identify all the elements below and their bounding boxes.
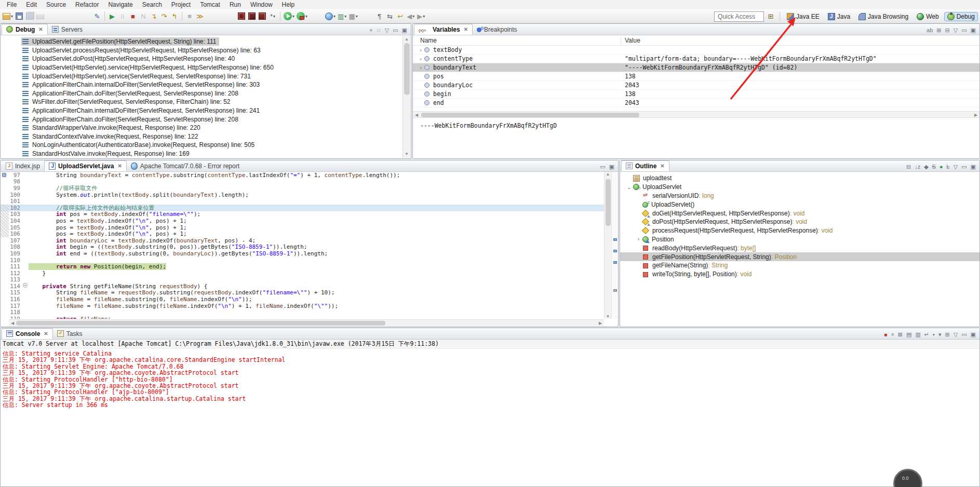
outline-tab-outline[interactable]: Outline✕	[621, 160, 669, 171]
variable-row-begin[interactable]: begin138	[413, 90, 979, 99]
perspective-java-browsing[interactable]: Java Browsing	[855, 12, 911, 21]
outline-item-processrequest-httpservletrequest-httpservletresponse[interactable]: processRequest(HttpServletRequest, HttpS…	[620, 226, 979, 235]
outline-item-position[interactable]: ›Position	[620, 235, 979, 244]
minimize-icon[interactable]: ▭	[393, 28, 398, 33]
code-editor[interactable]: 97 String boundaryText = contentType.sub…	[1, 172, 604, 319]
view-menu-icon[interactable]: ▽	[954, 28, 958, 33]
debug-tab-debug[interactable]: Debug✕	[2, 24, 48, 35]
console-log[interactable]: 信息: Starting service Catalina三月 15, 2017…	[1, 349, 979, 408]
stack-frame[interactable]: ApplicationFilterChain.internalDoFilter(…	[1, 80, 411, 89]
editor-tab-index-jsp[interactable]: Index.jsp	[2, 160, 44, 171]
scroll-lock-icon[interactable]: ▥	[915, 332, 920, 337]
code-line-102[interactable]: 102 //取得实际上传文件的起始与结束位置	[1, 205, 604, 211]
step-over-button[interactable]: ↷	[159, 10, 169, 22]
outline-item-dopost-httpservletrequest-httpservletresponse[interactable]: doPost(HttpServletRequest, HttpServletRe…	[620, 218, 979, 226]
suspend-button[interactable]: II	[117, 10, 128, 22]
dropdown-arrow-icon[interactable]: ▾	[305, 14, 307, 19]
debug-scrollbar[interactable]: ▲ ▼	[402, 36, 410, 158]
annotation-ruler[interactable]	[1, 237, 9, 244]
show-type-names-icon[interactable]: ab	[927, 28, 933, 33]
code-line-99[interactable]: 99 //循环获取文件	[1, 185, 604, 192]
close-tab-icon[interactable]: ✕	[117, 163, 122, 169]
stack-frame[interactable]: StandardContextValve.invoke(Request, Res…	[1, 132, 411, 141]
code-line-103[interactable]: 103 int pos = textBody.indexOf("filename…	[1, 211, 604, 218]
annotation-ruler[interactable]	[1, 257, 9, 264]
code-line-110[interactable]: 110	[1, 257, 604, 264]
dropdown-arrow-icon[interactable]: ▾	[412, 14, 414, 19]
expand-arrow-icon[interactable]: ›	[417, 47, 424, 53]
save-all-button[interactable]	[24, 10, 35, 22]
annotation-ruler[interactable]	[1, 198, 9, 205]
mark-occurrences-button[interactable]: ✎	[92, 10, 102, 22]
dropdown-arrow-icon[interactable]: ▾	[344, 14, 346, 19]
run-button[interactable]: ▾	[283, 10, 296, 22]
stack-frame[interactable]: StandardWrapperValve.invoke(Request, Res…	[1, 124, 411, 132]
code-line-106[interactable]: 106 pos = textBody.indexOf("\n", pos) + …	[1, 231, 604, 237]
terminate-icon[interactable]: ■	[884, 332, 887, 337]
editor-tab-uploadservlet-java[interactable]: UploadServlet.java✕	[44, 160, 127, 171]
outline-item-uploadservlet[interactable]: UploadServlet()	[620, 200, 979, 209]
stack-frame[interactable]: UploadServlet(HttpServlet).service(HttpS…	[1, 63, 411, 72]
outline-item-writeto-string-byte-position[interactable]: writeTo(String, byte[], Position) : void	[620, 270, 979, 279]
annotation-ruler[interactable]	[1, 185, 9, 192]
remove-launch-icon[interactable]: ×	[891, 332, 894, 337]
variable-row-contenttype[interactable]: ›contentType"multipart/form-data; bounda…	[413, 55, 979, 63]
menu-run[interactable]: Run	[225, 1, 246, 9]
expand-arrow-icon[interactable]: ›	[417, 56, 424, 62]
variable-row-textbody[interactable]: ›textBody	[413, 46, 979, 55]
code-line-116[interactable]: 116 fileName = fileName.substring(0, fil…	[1, 296, 604, 303]
view-menu-icon[interactable]: ▽	[385, 28, 389, 33]
variable-row-end[interactable]: end2043	[413, 99, 979, 107]
annotation-ruler[interactable]	[1, 290, 9, 296]
annotation-ruler[interactable]	[1, 250, 9, 257]
code-line-105[interactable]: 105 pos = textBody.indexOf("\n", pos) + …	[1, 224, 604, 231]
annotation-ruler[interactable]	[1, 303, 9, 309]
overview-marker[interactable]	[613, 289, 617, 292]
perspective-java-ee[interactable]: Java EE	[784, 12, 823, 21]
open-perspective-button[interactable]: ⊞	[766, 11, 776, 22]
variable-row-boundarytext[interactable]: ›boundaryText"----WebKitFormBoundaryFrXm…	[413, 63, 979, 72]
dropdown-arrow-icon[interactable]: ▾	[273, 14, 275, 19]
dropdown-arrow-icon[interactable]: ▾	[11, 14, 13, 19]
dropdown-arrow-icon[interactable]: ▾	[333, 14, 335, 19]
expand-arrow-icon[interactable]: ›	[635, 236, 642, 242]
code-line-97[interactable]: 97 String boundaryText = contentType.sub…	[1, 172, 604, 179]
minimize-icon[interactable]: ▭	[961, 164, 966, 170]
outline-item-readbody-httpservletrequest[interactable]: readBody(HttpServletRequest) : byte[]	[620, 244, 979, 252]
save-button[interactable]	[14, 10, 24, 22]
custom-tool-3-button[interactable]	[257, 10, 267, 22]
stack-frame[interactable]: UploadServlet.processRequest(HttpServlet…	[1, 46, 411, 55]
maximize-icon[interactable]: ▣	[609, 164, 614, 170]
console-tab-tasks[interactable]: Tasks	[53, 328, 87, 339]
code-line-107[interactable]: 107 int boundaryLoc = textBody.indexOf(b…	[1, 237, 604, 244]
menu-window[interactable]: Window	[246, 1, 277, 9]
new-wizard-button[interactable]: ▾	[2, 10, 14, 22]
step-return-button[interactable]: ↰	[169, 10, 180, 22]
code-line-109[interactable]: 109 int end = ((textBody.substring(0, bo…	[1, 250, 604, 257]
overview-marker[interactable]	[613, 238, 617, 241]
dropdown-arrow-icon[interactable]: ▾	[423, 14, 425, 19]
open-console-icon[interactable]: ⊞	[945, 332, 950, 337]
code-line-112[interactable]: 112 }	[1, 270, 604, 277]
stack-frame[interactable]: StandardHostValve.invoke(Request, Respon…	[1, 158, 411, 159]
outline-item-getfileposition-httpservletrequest-string[interactable]: getFilePosition(HttpServletRequest, Stri…	[620, 252, 979, 261]
minimize-icon[interactable]: ▭	[961, 28, 966, 33]
annotation-ruler[interactable]	[1, 263, 9, 270]
variable-detail-pane[interactable]: ----WebKitFormBoundaryFrXmABqfR2ytHTgD	[413, 118, 979, 158]
code-line-118[interactable]: 118	[1, 309, 604, 316]
word-wrap-icon[interactable]: ↵	[924, 332, 929, 337]
maximize-icon[interactable]: ▣	[402, 28, 407, 33]
code-line-104[interactable]: 104 pos = textBody.indexOf("\n", pos) + …	[1, 218, 604, 224]
stack-frame[interactable]: NonLoginAuthenticator(AuthenticatorBase)…	[1, 141, 411, 150]
close-tab-icon[interactable]: ✕	[44, 331, 48, 336]
code-line-114[interactable]: 114− private String getFileName(String r…	[1, 283, 604, 290]
use-step-filters-button[interactable]: ≫	[195, 10, 205, 22]
scroll-right-icon[interactable]: ▶	[597, 320, 604, 327]
expand-arrow-icon[interactable]: ⌄	[625, 184, 633, 190]
custom-tool-2-button[interactable]	[247, 10, 257, 22]
code-line-117[interactable]: 117 fileName = fileName.substring(fileNa…	[1, 303, 604, 309]
dropdown-arrow-icon[interactable]: ▾	[356, 14, 358, 19]
annotation-ruler[interactable]	[1, 316, 9, 319]
stack-frame[interactable]: WsFilter.doFilter(ServletRequest, Servle…	[1, 98, 411, 106]
overview-marker[interactable]	[613, 261, 617, 264]
